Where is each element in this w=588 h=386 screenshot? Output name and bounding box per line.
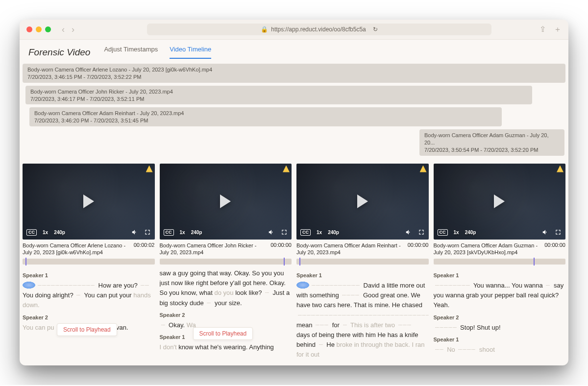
tabs: Adjust Timestamps Video Timeline [104,46,211,59]
speed-control[interactable]: 1x [454,230,459,235]
cc-toggle[interactable]: CC [438,229,448,236]
playhead[interactable] [534,258,535,265]
transcript-text[interactable]: saw a guy going that way. Okay. So you y… [160,268,291,308]
video-controls: CC 1x 240p [160,229,292,237]
warning-icon [557,166,564,172]
cc-toggle[interactable]: CC [300,229,311,236]
scrubber[interactable] [434,259,566,265]
warning-icon [420,166,427,172]
timeline-title: Body-worn Camera Officer Adam Guzman - J… [424,132,560,146]
volume-icon[interactable] [542,229,549,237]
scrubber[interactable] [160,259,292,265]
warning-icon [283,166,290,172]
timeline-range: 7/20/2023, 3:46:17 PM - 7/20/2023, 3:52:… [30,96,527,103]
lock-icon: 🔒 [261,26,268,33]
video-filename: Body-worn Camera Officer John Ricker - J… [160,242,267,256]
speaker-label: Speaker 1 [296,271,428,280]
back-icon[interactable]: ‹ [62,24,65,35]
nav-arrows: ‹ › [62,24,74,35]
transcript: Speaker 1┄┄┄┄┄┄┄┄┄┄┄ David a little more… [296,268,429,360]
speaker-label: Speaker 1 [434,336,565,344]
fullscreen-icon[interactable] [418,229,425,237]
close-window[interactable] [26,26,32,32]
fullscreen-icon[interactable] [144,229,151,237]
transcript-text[interactable]: ┄┄┄┄┄┄┄┄┄┄┄┄┄ How are you? ┄┄ You doing … [23,281,154,310]
timeline-range: 7/20/2023, 3:50:54 PM - 7/20/2023, 3:52:… [424,146,560,154]
tab-adjust-timestamps[interactable]: Adjust Timestamps [104,46,158,59]
cc-toggle[interactable]: CC [26,229,37,236]
video-column: CC 1x 240p Body-worn Camera Officer Arle… [23,164,155,360]
browser-window: ‹ › 🔒 https://app.reduct.video/oo/8cfb5c… [20,20,568,365]
app-title: Forensic Video [28,47,90,58]
reload-icon[interactable]: ↻ [373,26,378,33]
transcript-text[interactable]: ┄┄┄┄┄┄┄┄ You wanna... You wanna ┄ say yo… [434,281,565,310]
resolution-control[interactable]: 240p [465,230,476,235]
resolution-control[interactable]: 240p [191,230,202,235]
timeline-row[interactable]: Body-worn Camera Officer Arlene Lozano -… [23,64,565,83]
scrubber[interactable] [23,259,155,265]
minimize-window[interactable] [36,26,42,32]
video-time: 00:00:00 [408,242,429,248]
speed-control[interactable]: 1x [317,230,322,235]
timeline-title: Body-worn Camera Officer Adam Reinhart -… [34,110,497,117]
speaker-label: Speaker 1 [23,271,154,280]
resolution-control[interactable]: 240p [54,230,65,235]
timeline-row[interactable]: Body-worn Camera Officer Adam Guzman - J… [419,129,564,156]
speed-control[interactable]: 1x [43,230,48,235]
volume-icon[interactable] [268,229,275,237]
titlebar: ‹ › 🔒 https://app.reduct.video/oo/8cfb5c… [20,20,568,40]
video-thumbnail[interactable]: CC 1x 240p [434,164,566,240]
video-filename: Body-worn Camera Officer Adam Reinhart -… [296,242,404,256]
play-icon[interactable] [357,194,368,208]
play-icon[interactable] [220,194,231,208]
forward-icon[interactable]: › [72,24,74,35]
timeline-row[interactable]: Body-worn Camera Officer John Ricker - J… [25,86,532,105]
video-thumbnail[interactable]: CC 1x 240p [160,164,292,240]
video-controls: CC 1x 240p [23,229,155,237]
video-time: 00:00:02 [134,242,155,248]
speed-control[interactable]: 1x [180,230,185,235]
playhead[interactable] [25,258,26,265]
video-grid: CC 1x 240p Body-worn Camera Officer Arle… [20,162,568,366]
video-thumbnail[interactable]: CC 1x 240p [296,164,429,240]
video-time: 00:00:00 [270,242,292,248]
share-icon[interactable]: ⇪ [539,24,546,35]
speaker-label: Speaker 2 [434,314,565,322]
video-thumbnail[interactable]: CC 1x 240p [23,164,155,240]
fullscreen-icon[interactable] [555,229,562,237]
transcript: Speaker 1┄┄┄┄┄┄┄┄ You wanna... You wanna… [434,268,566,355]
playhead[interactable] [284,258,285,265]
resolution-control[interactable]: 240p [328,230,339,235]
tab-video-timeline[interactable]: Video Timeline [170,46,211,59]
timeline-rows: Body-worn Camera Officer Arlene Lozano -… [20,59,568,162]
transcript-text[interactable]: ┄┄┄┄┄┄┄┄┄┄┄ David a little more out with… [296,281,428,360]
volume-icon[interactable] [131,229,138,237]
volume-icon[interactable] [405,229,412,237]
window-controls [26,26,51,32]
play-icon[interactable] [83,194,94,208]
play-icon[interactable] [494,194,505,208]
cc-toggle[interactable]: CC [164,229,174,236]
video-filename: Body-worn Camera Officer Adam Guzman - J… [434,242,541,256]
video-column: CC 1x 240p Body-worn Camera Officer Adam… [434,164,566,360]
video-column: CC 1x 240p Body-worn Camera Officer Adam… [296,164,429,360]
scroll-to-playhead-button[interactable]: Scroll to Playhead [57,323,117,336]
fullscreen-icon[interactable] [281,229,288,237]
speaker-label: Speaker 2 [23,314,154,322]
new-tab-icon[interactable]: ＋ [554,24,562,35]
timeline-row[interactable]: Body-worn Camera Officer Adam Reinhart -… [29,107,502,126]
transcript-text[interactable]: ┄┄┄┄┄ Stop! Shut up! [434,323,565,333]
scroll-to-playhead-button[interactable]: Scroll to Playhead [193,327,253,340]
playhead[interactable] [299,258,300,265]
video-controls: CC 1x 240p [296,229,429,237]
warning-icon [146,166,153,172]
scrubber[interactable] [296,259,429,265]
transcript-text[interactable]: I don't know what he's wearing. Anything [160,342,291,352]
video-column: CC 1x 240p Body-worn Camera Officer John… [160,164,292,360]
timeline-range: 7/20/2023, 3:46:20 PM - 7/20/2023, 3:51:… [34,117,497,124]
url-bar[interactable]: 🔒 https://app.reduct.video/oo/8cfb5c5a ↻ [147,24,491,35]
transcript-text[interactable]: ┄┄ No ┄┄┄┄ shoot [434,345,565,355]
speaker-label: Speaker 1 [434,271,565,280]
speaker-label: Speaker 2 [160,311,291,319]
maximize-window[interactable] [45,26,51,32]
